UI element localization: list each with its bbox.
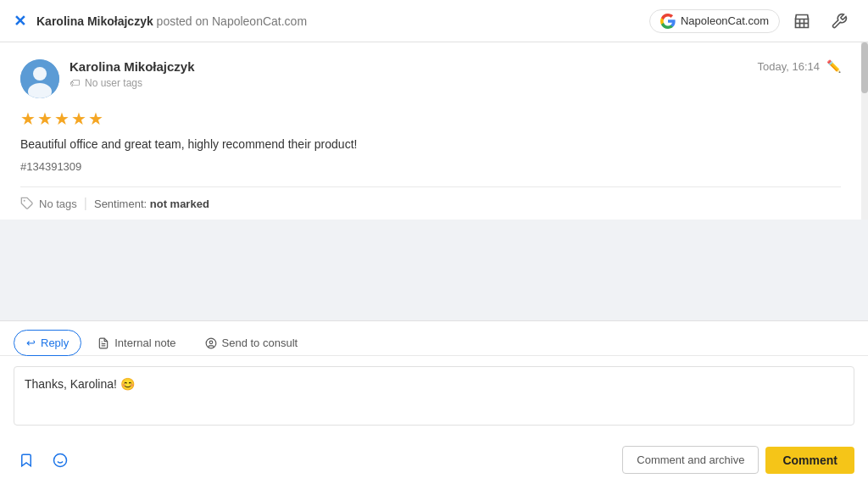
header-username: Karolina Mikołajczyk [36,14,153,28]
reply-tab-label: Reply [41,337,69,349]
reply-actions: Comment and archive Comment [0,439,868,484]
internal-note-icon [97,337,109,349]
reply-tab-icon: ↩ [26,337,36,349]
brand-badge[interactable]: NapoleonCat.com [649,9,780,33]
reply-textarea[interactable]: Thanks, Karolina! 😊 [14,366,854,426]
reply-buttons: Comment and archive Comment [622,446,854,474]
star-rating: ★ ★ ★ ★ ★ [20,108,841,129]
comment-and-archive-button[interactable]: Comment and archive [622,446,759,474]
header-platform: NapoleonCat.com [212,14,307,28]
emoji-icon [53,453,68,468]
reply-tools [14,448,73,473]
review-meta: Today, 16:14 ✏️ [758,59,841,73]
star-5: ★ [88,108,103,129]
scrollbar-thumb[interactable] [861,42,868,93]
google-icon [660,14,676,29]
tab-send-to-consult[interactable]: Send to consult [192,330,311,356]
scrollbar-track[interactable] [861,42,868,220]
header-right: NapoleonCat.com [649,6,854,36]
tag-label-icon: 🏷 [70,77,80,89]
no-user-tags-label: No user tags [85,77,142,89]
edit-icon[interactable]: ✏️ [826,59,841,73]
close-button[interactable]: ✕ [14,12,26,31]
review-timestamp: Today, 16:14 [758,60,820,73]
send-to-consult-label: Send to consult [222,337,298,349]
user-details: Karolina Mikołajczyk 🏷 No user tags [70,59,195,89]
review-user-name: Karolina Mikołajczyk [70,59,195,74]
separator: | [84,196,87,211]
sentiment-value: not marked [150,197,209,210]
review-card: Karolina Mikołajczyk 🏷 No user tags Toda… [0,42,861,220]
wrench-icon [831,13,848,30]
review-text: Beautiful office and great team, highly … [20,136,841,153]
header-posted-text: posted on [157,14,212,28]
tab-reply[interactable]: ↩ Reply [14,330,81,356]
shop-icon [793,13,810,30]
tab-internal-note[interactable]: Internal note [85,330,188,356]
bookmark-icon [19,453,34,468]
settings-icon-button[interactable] [824,6,854,36]
sentiment-section: Sentiment: not marked [94,197,209,210]
send-consult-icon [205,337,217,349]
shop-icon-button[interactable] [787,6,817,36]
content-gap [0,220,868,320]
user-tags-row: 🏷 No user tags [70,77,195,89]
reply-tabs: ↩ Reply Internal note Se [0,321,868,356]
tags-section: No tags [20,197,77,210]
star-1: ★ [20,108,36,129]
star-2: ★ [37,108,53,129]
user-info: Karolina Mikołajczyk 🏷 No user tags [20,59,195,98]
header-title: Karolina Mikołajczyk posted on NapoleonC… [36,14,649,28]
review-panel: Karolina Mikołajczyk 🏷 No user tags Toda… [0,42,868,220]
svg-point-3 [24,200,25,202]
reply-panel: ↩ Reply Internal note Se [0,320,868,484]
sentiment-label: Sentiment: [94,197,147,210]
review-id: #134391309 [20,160,841,173]
reply-body: Thanks, Karolina! 😊 [0,356,868,439]
comment-button[interactable]: Comment [765,447,854,474]
internal-note-label: Internal note [114,337,175,349]
main-content: Karolina Mikołajczyk 🏷 No user tags Toda… [0,42,868,484]
svg-point-8 [54,453,67,466]
emoji-button[interactable] [47,448,73,473]
review-header: Karolina Mikołajczyk 🏷 No user tags Toda… [20,59,841,98]
star-4: ★ [71,108,86,129]
svg-point-1 [33,67,47,81]
header-bar: ✕ Karolina Mikołajczyk posted on Napoleo… [0,0,868,42]
brand-label: NapoleonCat.com [681,14,769,27]
no-tags-label: No tags [39,197,77,210]
tag-icon [20,197,34,210]
svg-point-7 [209,341,213,344]
avatar-person-icon [20,59,59,98]
avatar [20,59,59,98]
star-3: ★ [54,108,70,129]
bookmark-button[interactable] [14,448,39,473]
review-footer: No tags | Sentiment: not marked [20,186,841,220]
